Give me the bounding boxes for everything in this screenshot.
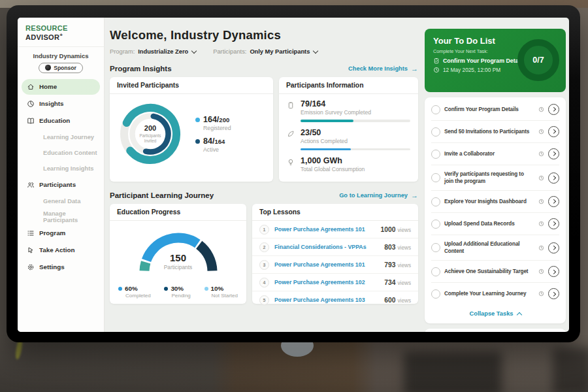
- task-checkbox[interactable]: [431, 220, 440, 229]
- insights-icon: [27, 100, 35, 108]
- sidebar-item-take-action[interactable]: Take Action: [22, 242, 100, 258]
- task-label: Achieve One Sustainability Target: [444, 268, 534, 275]
- monitor-bezel: RESOURCE ADVISOR+ Industry Dynamics Spon…: [7, 5, 580, 342]
- lesson-views-value: 803: [384, 244, 395, 251]
- legend-dot-icon: [195, 139, 200, 144]
- clock-icon: [538, 199, 544, 204]
- card-title: Invited Participants: [110, 77, 273, 94]
- stat-label: Actions Completed: [301, 138, 410, 144]
- lesson-row: 5 Power Purchase Agreements 103 600views: [252, 291, 418, 308]
- take-action-icon: [27, 246, 35, 254]
- task-open-button[interactable]: [548, 288, 559, 299]
- sponsor-badge: Sponsor: [39, 63, 82, 73]
- task-checkbox[interactable]: [431, 127, 440, 137]
- clock-icon: [538, 129, 544, 135]
- lesson-link[interactable]: Power Purchase Agreements 102: [274, 279, 379, 286]
- program-insights-header: Program Insights Check More Insights→: [110, 65, 418, 73]
- task-label: Explore Your Insights Dashboard: [444, 198, 534, 205]
- task-open-button[interactable]: [548, 266, 559, 277]
- stat-row-total-global-consumption: 1,000 GWh Total Global Consumption: [287, 156, 410, 172]
- donut-center-value: 200: [144, 124, 156, 132]
- task-checkbox[interactable]: [431, 289, 440, 299]
- sidebar: RESOURCE ADVISOR+ Industry Dynamics Spon…: [18, 18, 105, 332]
- sidebar-item-settings[interactable]: Settings: [22, 259, 100, 275]
- sidebar-subitem-manage-participants[interactable]: Manage Participants: [22, 210, 100, 225]
- participants-select[interactable]: Participants: Only My Participants: [213, 48, 318, 55]
- chevron-down-icon: [191, 48, 197, 53]
- sidebar-item-program[interactable]: Program: [22, 225, 100, 241]
- gauge-center-value: 150: [110, 252, 246, 263]
- task-label: Upload Spend Data Records: [444, 220, 534, 227]
- check-more-insights-link[interactable]: Check More Insights→: [348, 65, 418, 73]
- learning-cards-row: Education Progress 150 Participants 60% …: [110, 204, 418, 304]
- sidebar-item-label: Insights: [39, 100, 64, 107]
- lesson-link[interactable]: Power Purchase Agreements 101: [274, 261, 379, 268]
- task-label: Invite a Collaborator: [444, 150, 534, 157]
- task-open-button[interactable]: [548, 126, 559, 137]
- clock-icon: [538, 151, 544, 157]
- todo-task-row-explore-your-insights-dashboard: Explore Your Insights Dashboard: [431, 191, 559, 213]
- task-open-button[interactable]: [548, 196, 559, 207]
- card-title: Top Lessons: [252, 204, 418, 221]
- sidebar-subitem-general-data[interactable]: General Data: [22, 194, 100, 209]
- lesson-link[interactable]: Power Purchase Agreements 101: [274, 226, 376, 233]
- lesson-views-suffix: views: [398, 227, 411, 233]
- dashboard-screen: RESOURCE ADVISOR+ Industry Dynamics Spon…: [18, 18, 569, 332]
- task-checkbox[interactable]: [431, 173, 440, 182]
- lesson-views-suffix: views: [398, 298, 411, 304]
- gauge-legend-item-not-started: 10% Not Started: [204, 285, 238, 299]
- lesson-row: 2 Financial Considerations - VPPAs 803vi…: [252, 238, 418, 256]
- lesson-rank-badge: 1: [259, 225, 269, 235]
- gauge-center: 150 Participants: [110, 252, 246, 270]
- todo-task-row-achieve-one-sustainability-target: Achieve One Sustainability Target: [431, 261, 559, 283]
- program-select[interactable]: Program: Industrialize Zero: [110, 48, 196, 55]
- todo-task-row-upload-spend-data-records: Upload Spend Data Records: [431, 213, 559, 235]
- task-label: Verify participants requesting to join t…: [444, 171, 534, 185]
- task-checkbox[interactable]: [431, 150, 440, 159]
- card-title: Education Progress: [110, 204, 246, 221]
- sidebar-item-education[interactable]: Education: [22, 113, 100, 129]
- chevron-right-icon: [551, 176, 555, 180]
- sidebar-subitem-learning-insights[interactable]: Learning Insights: [22, 161, 100, 176]
- task-open-button[interactable]: [548, 218, 559, 229]
- lesson-views-suffix: views: [398, 245, 411, 251]
- top-lessons-card: Top Lessons 1 Power Purchase Agreements …: [252, 204, 418, 304]
- task-checkbox[interactable]: [431, 267, 440, 276]
- program-value: Industrialize Zero: [138, 48, 188, 55]
- sidebar-item-participants[interactable]: Participants: [22, 177, 100, 193]
- todo-summary-card: Your To Do List Complete Your Next Task:…: [425, 29, 566, 92]
- task-checkbox[interactable]: [431, 105, 440, 114]
- task-open-button[interactable]: [548, 104, 559, 115]
- todo-due-date: 12 May 2025, 12:00 PM: [443, 67, 500, 73]
- sidebar-item-home[interactable]: Home: [22, 79, 100, 95]
- legend-label: Active: [203, 146, 231, 153]
- sidebar-subitem-learning-journey[interactable]: Learning Journey: [22, 130, 100, 145]
- lesson-link[interactable]: Power Purchase Agreements 103: [274, 297, 379, 303]
- lesson-link[interactable]: Financial Considerations - VPPAs: [274, 244, 379, 250]
- gauge-legend-label: Pending: [171, 293, 190, 299]
- todo-task-list: Confirm Your Program Details Send 50 Inv…: [431, 99, 559, 304]
- app-logo: RESOURCE ADVISOR+: [18, 18, 104, 47]
- brand-secondary: ADVISOR: [25, 33, 59, 41]
- lesson-views-suffix: views: [398, 280, 411, 286]
- clock-icon: [538, 269, 544, 274]
- task-checkbox[interactable]: [431, 197, 440, 206]
- task-open-button[interactable]: [548, 172, 559, 184]
- chevron-right-icon: [551, 129, 555, 133]
- collapse-tasks-link[interactable]: Collapse Tasks: [431, 304, 559, 319]
- todo-task-row-send-50-invitations-to-participants: Send 50 Invitations to Participants: [431, 121, 559, 143]
- task-open-button[interactable]: [548, 242, 559, 253]
- clipboard-check-icon: [433, 57, 440, 64]
- task-checkbox[interactable]: [431, 243, 440, 252]
- sidebar-item-insights[interactable]: Insights: [22, 96, 100, 112]
- brand-plus: +: [59, 32, 63, 38]
- todo-tasks-card: Confirm Your Program Details Send 50 Inv…: [425, 97, 566, 323]
- todo-progress-ring: 0/7: [517, 39, 559, 81]
- sidebar-subitem-education-content[interactable]: Education Content: [22, 146, 100, 161]
- section-title: Program Insights: [110, 65, 172, 73]
- task-open-button[interactable]: [548, 148, 559, 159]
- donut-center-label: Participants Invited: [140, 133, 161, 144]
- go-to-learning-journey-link[interactable]: Go to Learning Journey→: [339, 192, 418, 199]
- gauge-chart-area: 150 Participants 60% Completed 30% Pendi…: [110, 221, 246, 299]
- task-label: Confirm Your Program Details: [444, 106, 534, 113]
